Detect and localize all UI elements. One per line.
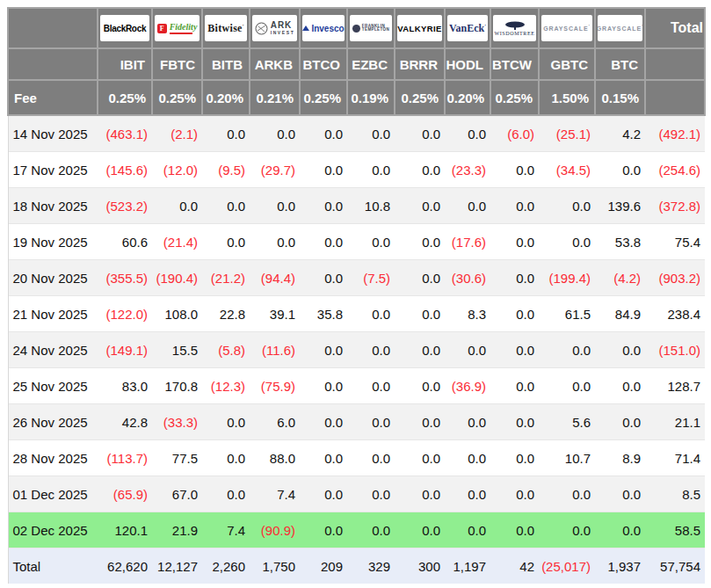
etf-flow-table: BlackRockFFidelityBitwise’ARKINVESTInves… bbox=[7, 7, 706, 584]
provider-logo-cell: FRANKLINTEMPLETON bbox=[347, 8, 395, 48]
value-cell: 0.0 bbox=[490, 260, 539, 296]
value-cell: (190.4) bbox=[152, 260, 202, 296]
value-cell: 0.0 bbox=[300, 404, 347, 440]
value-cell: 0.0 bbox=[490, 512, 539, 548]
value-cell: 0.0 bbox=[395, 512, 445, 548]
value-cell: 22.8 bbox=[202, 296, 250, 332]
flow-row: 21 Nov 2025(122.0)108.022.839.135.80.00.… bbox=[8, 296, 705, 332]
value-cell: 0.0 bbox=[490, 224, 539, 260]
value-cell: 0.0 bbox=[395, 476, 445, 512]
value-cell: 0.0 bbox=[152, 188, 202, 224]
value-cell: 0.0 bbox=[595, 404, 645, 440]
ticker-IBIT: IBIT bbox=[98, 48, 152, 80]
value-cell: 58.5 bbox=[645, 512, 705, 548]
value-cell: 0.0 bbox=[445, 404, 490, 440]
ticker-EZBC: EZBC bbox=[347, 48, 395, 80]
fee-GBTC: 1.50% bbox=[539, 80, 595, 115]
value-cell: (145.6) bbox=[98, 152, 152, 188]
value-cell: (34.5) bbox=[539, 152, 595, 188]
total-column-header: Total bbox=[645, 8, 705, 48]
value-cell: (463.1) bbox=[98, 115, 152, 152]
ticker-BTC: BTC bbox=[595, 48, 645, 80]
value-cell: 0.0 bbox=[539, 188, 595, 224]
invesco-peak-icon bbox=[302, 25, 309, 31]
value-cell: (21.2) bbox=[202, 260, 250, 296]
value-cell: 0.0 bbox=[300, 188, 347, 224]
value-cell: (94.4) bbox=[250, 260, 300, 296]
value-cell: (17.6) bbox=[445, 224, 490, 260]
ticker-corner-cell bbox=[8, 48, 98, 80]
value-cell: 0.0 bbox=[595, 476, 645, 512]
total-value-cell: 42 bbox=[490, 548, 539, 584]
value-cell: 0.0 bbox=[300, 332, 347, 368]
ticker-row: IBITFBTCBITBARKBBTCOEZBCBRRRHODLBTCWGBTC… bbox=[8, 48, 705, 80]
total-value-cell: 12,127 bbox=[152, 548, 202, 584]
provider-logo-cell: VanEck’ bbox=[445, 8, 490, 48]
value-cell: 0.0 bbox=[595, 368, 645, 404]
fidelity-wordmark: FFidelity bbox=[157, 23, 198, 34]
value-cell: 139.6 bbox=[595, 188, 645, 224]
bitwise-wordmark: Bitwise’ bbox=[207, 22, 243, 35]
fee-BRRR: 0.25% bbox=[395, 80, 445, 115]
value-cell: 10.7 bbox=[539, 440, 595, 476]
value-cell: (151.0) bbox=[645, 332, 705, 368]
value-cell: 15.5 bbox=[152, 332, 202, 368]
value-cell: 84.9 bbox=[595, 296, 645, 332]
value-cell: 5.6 bbox=[539, 404, 595, 440]
flow-row: 28 Nov 2025(113.7)77.50.088.00.00.00.00.… bbox=[8, 440, 705, 476]
provider-logo-cell: ARKINVEST bbox=[250, 8, 300, 48]
provider-logo-cell: GRAYSCALE’ bbox=[539, 8, 595, 48]
value-cell: (30.6) bbox=[445, 260, 490, 296]
provider-logo-cell: BlackRock bbox=[98, 8, 152, 48]
fee-row: Fee0.25%0.25%0.20%0.21%0.25%0.19%0.25%0.… bbox=[8, 80, 705, 115]
value-cell: 0.0 bbox=[300, 260, 347, 296]
ticker-BRRR: BRRR bbox=[395, 48, 445, 80]
value-cell: (492.1) bbox=[645, 115, 705, 152]
value-cell: 8.9 bbox=[595, 440, 645, 476]
total-value-cell: (25,017) bbox=[539, 548, 595, 584]
value-cell: (75.9) bbox=[250, 368, 300, 404]
blackrock-wordmark: BlackRock bbox=[104, 24, 146, 33]
flow-row: 01 Dec 2025(65.9)67.00.07.40.00.00.00.00… bbox=[8, 476, 705, 512]
value-cell: 6.0 bbox=[250, 404, 300, 440]
flow-row: 17 Nov 2025(145.6)(12.0)(9.5)(29.7)0.00.… bbox=[8, 152, 705, 188]
value-cell: 21.1 bbox=[645, 404, 705, 440]
fee-row-label: Fee bbox=[8, 80, 98, 115]
value-cell: (113.7) bbox=[98, 440, 152, 476]
wisdomtree-tree-icon bbox=[504, 21, 526, 30]
vaneck-logo: VanEck’ bbox=[447, 15, 488, 41]
ark-sub-text: INVEST bbox=[271, 31, 295, 35]
value-cell: 60.6 bbox=[98, 224, 152, 260]
table-body: 14 Nov 2025(463.1)(2.1)0.00.00.00.00.00.… bbox=[8, 115, 705, 584]
franklin-head-icon bbox=[352, 25, 360, 33]
ticker-ARKB: ARKB bbox=[250, 48, 300, 80]
grayscale-wordmark: GRAYSCALE’ bbox=[598, 24, 642, 32]
value-cell: 0.0 bbox=[250, 224, 300, 260]
value-cell: 0.0 bbox=[490, 188, 539, 224]
ark-logo: ARKINVEST bbox=[252, 15, 297, 41]
date-cell: 21 Nov 2025 bbox=[8, 296, 98, 332]
value-cell: 0.0 bbox=[347, 115, 395, 152]
ark-main-text: ARK bbox=[271, 21, 293, 30]
fee-HODL: 0.20% bbox=[445, 80, 490, 115]
value-cell: 0.0 bbox=[250, 188, 300, 224]
total-value-cell: 300 bbox=[395, 548, 445, 584]
value-cell: 0.0 bbox=[347, 152, 395, 188]
franklin-templeton-wordmark: FRANKLINTEMPLETON bbox=[352, 25, 389, 33]
ticker-BTCO: BTCO bbox=[300, 48, 347, 80]
flow-row: 20 Nov 2025(355.5)(190.4)(21.2)(94.4)0.0… bbox=[8, 260, 705, 296]
value-cell: 39.1 bbox=[250, 296, 300, 332]
fidelity-word: Fidelity bbox=[170, 23, 198, 32]
invesco-logo: Invesco bbox=[302, 15, 345, 41]
total-value-cell: 209 bbox=[300, 548, 347, 584]
value-cell: (11.6) bbox=[250, 332, 300, 368]
fee-IBIT: 0.25% bbox=[98, 80, 152, 115]
flow-row: 24 Nov 2025(149.1)15.5(5.8)(11.6)0.00.00… bbox=[8, 332, 705, 368]
bitwise-logo: Bitwise’ bbox=[205, 15, 247, 41]
value-cell: 0.0 bbox=[300, 115, 347, 152]
total-value-cell: 57,754 bbox=[645, 548, 705, 584]
value-cell: 170.8 bbox=[152, 368, 202, 404]
total-value-cell: 329 bbox=[347, 548, 395, 584]
value-cell: (355.5) bbox=[98, 260, 152, 296]
value-cell: 0.0 bbox=[202, 476, 250, 512]
